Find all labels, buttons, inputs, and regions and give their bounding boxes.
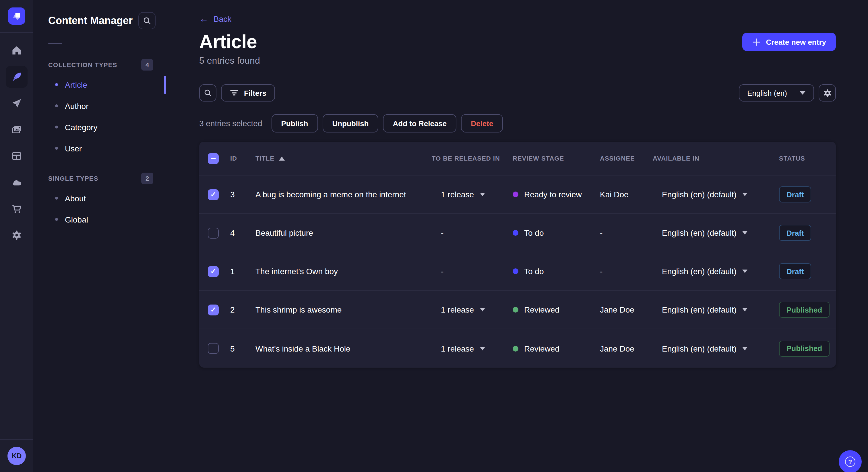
row-checkbox[interactable]: ✓ [208, 343, 219, 354]
chevron-down-icon [479, 308, 485, 311]
row-checkbox[interactable]: ✓ [208, 227, 219, 238]
status-badge: Published [779, 302, 830, 318]
avatar[interactable]: KD [7, 447, 26, 465]
table-row[interactable]: ✓ 1 The internet's Own boy - To do - Eng… [199, 252, 836, 291]
release-value: 1 release [441, 344, 474, 353]
search-icon [203, 88, 212, 98]
unpublish-button[interactable]: Unpublish [322, 114, 378, 133]
rail-footer: KD [0, 439, 33, 472]
row-locale[interactable]: English (en) (default) [653, 344, 779, 353]
status-badge: Published [779, 340, 830, 357]
chevron-down-icon [742, 347, 747, 350]
sidebar-item-user[interactable]: User [33, 138, 165, 159]
row-id: 2 [226, 305, 254, 314]
delete-button[interactable]: Delete [461, 114, 503, 133]
back-link[interactable]: ← Back [199, 14, 231, 24]
chevron-down-icon [742, 308, 747, 311]
column-header-review-stage[interactable]: REVIEW STAGE [513, 155, 600, 162]
column-header-title[interactable]: TITLE [254, 155, 429, 162]
table-row[interactable]: ✓ 2 This shrimp is awesome 1 release Rev… [199, 291, 836, 329]
bullet-icon [55, 126, 58, 129]
filters-button[interactable]: Filters [221, 84, 275, 102]
publish-button[interactable]: Publish [271, 114, 318, 133]
row-checkbox[interactable]: ✓ [208, 189, 219, 200]
locale-select[interactable]: English (en) [739, 84, 814, 102]
table-row[interactable]: ✓ 4 Beautiful picture - To do - English … [199, 214, 836, 252]
row-status: Published [779, 340, 836, 357]
sidebar-item-category[interactable]: Category [33, 116, 165, 138]
row-checkbox[interactable]: ✓ [208, 304, 219, 315]
sidebar-item-author[interactable]: Author [33, 95, 165, 116]
filter-icon [229, 89, 239, 97]
sidebar-item-releases[interactable] [6, 92, 28, 114]
help-button[interactable]: ? [839, 450, 862, 472]
row-locale[interactable]: English (en) (default) [653, 228, 779, 237]
sidebar-item-content-type-builder[interactable] [6, 145, 28, 167]
row-release[interactable]: 1 release [429, 305, 513, 314]
logo-section [0, 0, 33, 33]
table-row[interactable]: ✓ 3 A bug is becoming a meme on the inte… [199, 175, 836, 214]
stage-dot [513, 307, 518, 312]
row-release[interactable]: - [429, 267, 513, 276]
create-new-entry-button[interactable]: Create new entry [742, 33, 836, 51]
sidebar-item-global[interactable]: Global [33, 209, 165, 230]
paper-plane-icon [11, 98, 22, 109]
row-title: This shrimp is awesome [254, 305, 429, 314]
sidebar-search-button[interactable] [138, 12, 156, 29]
row-locale[interactable]: English (en) (default) [653, 305, 779, 314]
table-row[interactable]: ✓ 5 What's inside a Black Hole 1 release… [199, 329, 836, 368]
row-assignee: - [600, 267, 653, 276]
sidebar-item-label: Category [65, 123, 98, 132]
sidebar-item-cloud[interactable] [6, 171, 28, 193]
gear-icon [823, 88, 832, 98]
indeterminate-icon [211, 158, 216, 159]
sidebar-item-settings[interactable] [6, 224, 28, 246]
column-header-status[interactable]: STATUS [779, 155, 836, 162]
view-settings-button[interactable] [818, 84, 836, 102]
sidebar-item-label: Global [65, 215, 88, 224]
layout-icon [11, 150, 22, 162]
sidebar-item-marketplace[interactable] [6, 198, 28, 220]
row-release[interactable]: - [429, 228, 513, 237]
search-button[interactable] [199, 84, 216, 102]
row-checkbox[interactable]: ✓ [208, 266, 219, 277]
chevron-down-icon [742, 193, 747, 196]
bullet-icon [55, 104, 58, 107]
column-header-release[interactable]: TO BE RELEASED IN [429, 155, 513, 162]
select-all-checkbox[interactable] [208, 153, 219, 164]
sidebar-item-about[interactable]: About [33, 188, 165, 209]
sidebar-item-media-library[interactable] [6, 119, 28, 140]
table-header-row: ID TITLE TO BE RELEASED IN REVIEW STAGE … [199, 142, 836, 175]
strapi-logo[interactable] [8, 7, 25, 25]
create-button-label: Create new entry [766, 38, 826, 46]
release-value: - [441, 267, 443, 276]
row-locale[interactable]: English (en) (default) [653, 190, 779, 199]
row-release[interactable]: 1 release [429, 190, 513, 199]
sidebar-item-home[interactable] [6, 40, 28, 61]
row-id: 5 [226, 344, 254, 353]
add-to-release-button[interactable]: Add to Release [383, 114, 456, 133]
bullet-icon [55, 147, 58, 150]
sidebar-item-content-manager[interactable] [6, 66, 28, 88]
release-value: - [441, 228, 443, 237]
locale-value: English (en) (default) [662, 190, 737, 199]
row-id: 4 [226, 228, 254, 237]
list-toolbar: Filters English (en) [199, 84, 836, 102]
bullet-icon [55, 197, 58, 200]
row-locale[interactable]: English (en) (default) [653, 267, 779, 276]
locale-value: English (en) (default) [662, 305, 737, 314]
row-release[interactable]: 1 release [429, 344, 513, 353]
feather-icon [11, 71, 22, 82]
row-review-stage: To do [513, 228, 600, 237]
column-header-id[interactable]: ID [226, 155, 254, 162]
row-assignee: - [600, 228, 653, 237]
column-header-available-in[interactable]: AVAILABLE IN [653, 155, 779, 162]
rail-nav [6, 33, 28, 246]
section-count-badge: 4 [141, 59, 153, 71]
entries-table: ID TITLE TO BE RELEASED IN REVIEW STAGE … [199, 142, 836, 368]
release-value: 1 release [441, 305, 474, 314]
column-header-assignee[interactable]: ASSIGNEE [600, 155, 653, 162]
row-status: Draft [779, 225, 836, 241]
locale-value: English (en) (default) [662, 344, 737, 353]
sidebar-item-article[interactable]: Article [33, 74, 165, 95]
